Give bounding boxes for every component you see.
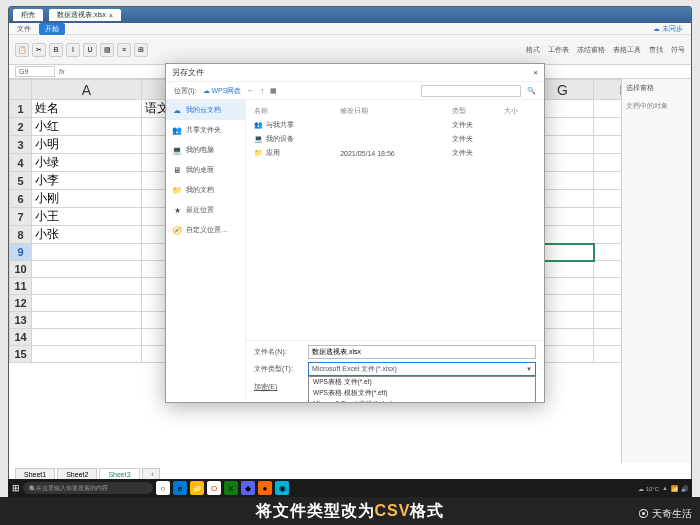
encrypt-link[interactable]: 加密(E) [254,382,304,392]
desktop-icon: 🖥 [172,165,182,175]
bold-icon[interactable]: B [49,43,63,57]
folder-icon: 👥 [254,121,263,128]
app-icon[interactable]: ◆ [241,481,255,495]
sidebar-custom[interactable]: 🧭自定义位置… [166,220,245,240]
ribbon-worksheet[interactable]: 工作表 [548,45,569,55]
cloud-icon: ☁ [172,105,182,115]
file-list[interactable]: 名称 修改日期 类型 大小 👥与我共享文件夹 💻我的设备文件夹 📁应用2021/… [246,100,544,340]
view-icon[interactable]: ▦ [270,87,277,95]
app-icon[interactable]: ● [258,481,272,495]
folder-icon: 💻 [254,135,263,142]
rpanel-sub: 文档中的对象 [626,101,687,111]
nav-back-icon[interactable]: ← [247,87,254,94]
app-tab-home[interactable]: 稻壳 [13,9,43,21]
right-panel: 选择窗格 文档中的对象 [621,79,691,463]
sidebar-desktop[interactable]: 🖥我的桌面 [166,160,245,180]
rpanel-title: 选择窗格 [626,83,687,93]
watermark: ⦿天奇生活 [638,507,692,521]
file-row[interactable]: 👥与我共享文件夹 [250,118,540,132]
weather-tray[interactable]: ☁ 10°C [638,485,659,492]
cell-a1[interactable]: 姓名 [32,100,142,118]
align-left-icon[interactable]: ≡ [117,43,131,57]
office-icon[interactable]: O [207,481,221,495]
filename-input[interactable] [308,345,536,359]
watermark-icon: ⦿ [638,508,649,520]
col-type[interactable]: 类型 [448,104,500,118]
underline-icon[interactable]: U [83,43,97,57]
filetype-selected: Microsoft Excel 文件(*.xlsx) [312,364,397,374]
task-icon[interactable]: ○ [156,481,170,495]
share-icon: 👥 [172,125,182,135]
wifi-icon[interactable]: 📶 [671,485,678,492]
col-date[interactable]: 修改日期 [336,104,448,118]
chevron-down-icon: ▼ [526,366,532,372]
location-label: 位置(I): [174,86,197,96]
ribbon-toolbar: 📋 ✂ B I U ▨ ≡ ⊞ 格式 工作表 冻结窗格 表格工具 查找 符号 [9,35,691,65]
sidebar-docs[interactable]: 📁我的文档 [166,180,245,200]
filetype-label: 文件类型(T): [254,364,304,374]
window-titlebar: 稻壳 数据透视表.xlsx× [9,7,691,23]
edge-icon[interactable]: e [173,481,187,495]
tray-icon[interactable]: ▲ [662,485,668,491]
ribbon-symbol[interactable]: 符号 [671,45,685,55]
select-all-corner[interactable] [10,80,32,100]
fill-icon[interactable]: ▨ [100,43,114,57]
col-header-a[interactable]: A [32,80,142,100]
filetype-option[interactable]: WPS表格 模板文件(*.ett) [309,388,535,399]
excel-icon[interactable]: X [224,481,238,495]
app-icon[interactable]: ◉ [275,481,289,495]
sidebar-mypc[interactable]: 💻我的电脑 [166,140,245,160]
sidebar-share[interactable]: 👥共享文件夹 [166,120,245,140]
fx-icon[interactable]: fx [59,68,64,75]
volume-icon[interactable]: 🔊 [681,485,688,492]
italic-icon[interactable]: I [66,43,80,57]
folder-icon: 📁 [254,149,263,156]
sidebar-recent[interactable]: ★最近位置 [166,200,245,220]
compass-icon: 🧭 [172,225,182,235]
ribbon-format[interactable]: 格式 [526,45,540,55]
search-icon[interactable]: 🔍 [527,87,536,95]
menu-home[interactable]: 开始 [39,23,65,35]
explorer-icon[interactable]: 📁 [190,481,204,495]
menu-file[interactable]: 文件 [17,24,31,34]
close-tab-icon[interactable]: × [109,12,113,19]
menu-bar: 文件 开始 ☁ 未同步 [9,23,691,35]
location-value[interactable]: ☁ WPS网盘 [203,86,242,96]
row-header[interactable]: 1 [10,100,32,118]
filetype-options-list[interactable]: WPS表格 文件(*.et)WPS表格 模板文件(*.ett)Microsoft… [308,376,536,402]
col-size[interactable]: 大小 [500,104,540,118]
file-row[interactable]: 📁应用2021/05/14 18:56文件夹 [250,146,540,160]
save-as-dialog: 另存文件 × 位置(I): ☁ WPS网盘 ← ↑ ▦ 🔍 ☁我的云文档 👥共享… [165,63,545,403]
col-name[interactable]: 名称 [250,104,336,118]
filename-label: 文件名(N): [254,347,304,357]
nav-up-icon[interactable]: ↑ [260,87,264,94]
pc-icon: 💻 [172,145,182,155]
filetype-dropdown[interactable]: Microsoft Excel 文件(*.xlsx) ▼ [308,362,536,376]
ribbon-find[interactable]: 查找 [649,45,663,55]
dialog-title: 另存文件 [172,67,204,78]
folder-icon: 📁 [172,185,182,195]
star-icon: ★ [172,205,182,215]
paste-icon[interactable]: 📋 [15,43,29,57]
start-button[interactable]: ⊞ [12,483,20,493]
dialog-sidebar: ☁我的云文档 👥共享文件夹 💻我的电脑 🖥我的桌面 📁我的文档 ★最近位置 🧭自… [166,100,246,402]
name-box[interactable]: G9 [15,66,55,77]
video-caption: 将文件类型改为CSV格式 ⦿天奇生活 [0,497,700,525]
taskbar-search[interactable]: 🔍 在这里输入你要搜索的内容 [23,482,153,494]
windows-taskbar: ⊞ 🔍 在这里输入你要搜索的内容 ○ e 📁 O X ◆ ● ◉ ☁ 10°C … [8,479,692,497]
sync-status[interactable]: ☁ 未同步 [653,24,683,34]
filetype-option[interactable]: Microsoft Excel 文件(*.xlsx) [309,399,535,402]
cut-icon[interactable]: ✂ [32,43,46,57]
ribbon-table-tools[interactable]: 表格工具 [613,45,641,55]
filetype-option[interactable]: WPS表格 文件(*.et) [309,377,535,388]
sidebar-cloud[interactable]: ☁我的云文档 [166,100,245,120]
file-row[interactable]: 💻我的设备文件夹 [250,132,540,146]
document-tab[interactable]: 数据透视表.xlsx× [49,9,121,21]
merge-icon[interactable]: ⊞ [134,43,148,57]
dialog-search-input[interactable] [421,85,521,97]
dialog-close-icon[interactable]: × [533,68,538,77]
ribbon-freeze[interactable]: 冻结窗格 [577,45,605,55]
